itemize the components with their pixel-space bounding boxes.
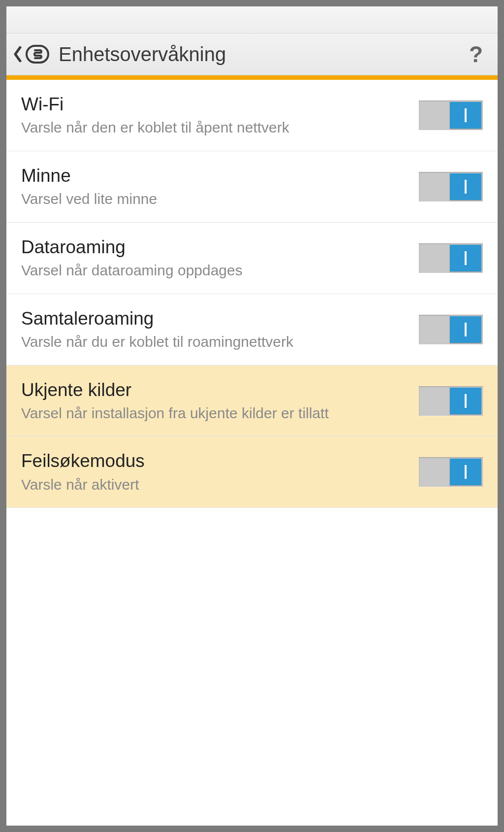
screen: Enhetsovervåkning ? Wi-Fi Varsle når den… [6,6,498,826]
toggle-wifi[interactable] [419,100,483,130]
setting-text: Ukjente kilder Varsel når installasjon f… [21,379,419,423]
setting-row-unknown-sources[interactable]: Ukjente kilder Varsel når installasjon f… [6,366,498,437]
setting-row-dataroaming[interactable]: Dataroaming Varsel når dataroaming oppda… [6,223,498,294]
setting-row-callroaming[interactable]: Samtaleroaming Varsle når du er koblet t… [6,294,498,366]
setting-text: Wi-Fi Varsle når den er koblet til åpent… [21,94,419,137]
setting-desc: Varsel ved lite minne [21,190,409,208]
toggle-memory[interactable] [419,172,483,201]
setting-text: Minne Varsel ved lite minne [21,165,419,208]
setting-row-memory[interactable]: Minne Varsel ved lite minne [6,151,498,223]
page-title: Enhetsovervåkning [59,43,465,66]
toggle-thumb [450,316,481,343]
setting-desc: Varsle når den er koblet til åpent nettv… [21,118,409,137]
setting-title: Feilsøkemodus [21,450,409,472]
question-mark-icon: ? [469,41,483,67]
back-button[interactable] [12,44,23,64]
toggle-debug-mode[interactable] [419,457,483,487]
device-frame: Enhetsovervåkning ? Wi-Fi Varsle når den… [0,0,504,832]
setting-desc: Varsle når aktivert [21,475,409,494]
accent-bar [6,75,498,80]
toggle-thumb [450,245,481,271]
setting-text: Samtaleroaming Varsle når du er koblet t… [21,308,419,351]
setting-desc: Varsel når dataroaming oppdages [21,261,409,280]
setting-row-wifi[interactable]: Wi-Fi Varsle når den er koblet til åpent… [6,80,498,151]
toggle-thumb [450,388,481,414]
eset-logo-icon [25,42,50,67]
setting-desc: Varsle når du er koblet til roamingnettv… [21,333,409,351]
setting-title: Samtaleroaming [21,308,409,330]
setting-text: Dataroaming Varsel når dataroaming oppda… [21,236,419,280]
setting-row-debug-mode[interactable]: Feilsøkemodus Varsle når aktivert [6,436,498,508]
setting-title: Minne [21,165,409,187]
chevron-left-icon [13,46,22,62]
toggle-thumb [450,459,481,485]
setting-title: Dataroaming [21,236,409,258]
toggle-callroaming[interactable] [419,315,483,344]
status-bar [6,6,498,33]
setting-title: Ukjente kilder [21,379,409,401]
toggle-dataroaming[interactable] [419,243,483,273]
setting-text: Feilsøkemodus Varsle når aktivert [21,450,419,494]
settings-list: Wi-Fi Varsle når den er koblet til åpent… [6,80,498,826]
help-button[interactable]: ? [465,43,487,65]
toggle-unknown-sources[interactable] [419,386,483,416]
setting-title: Wi-Fi [21,94,409,115]
toggle-thumb [450,173,481,200]
header: Enhetsovervåkning ? [6,33,498,75]
setting-desc: Varsel når installasjon fra ukjente kild… [21,404,409,423]
svg-rect-0 [27,46,48,63]
toggle-thumb [450,102,481,129]
